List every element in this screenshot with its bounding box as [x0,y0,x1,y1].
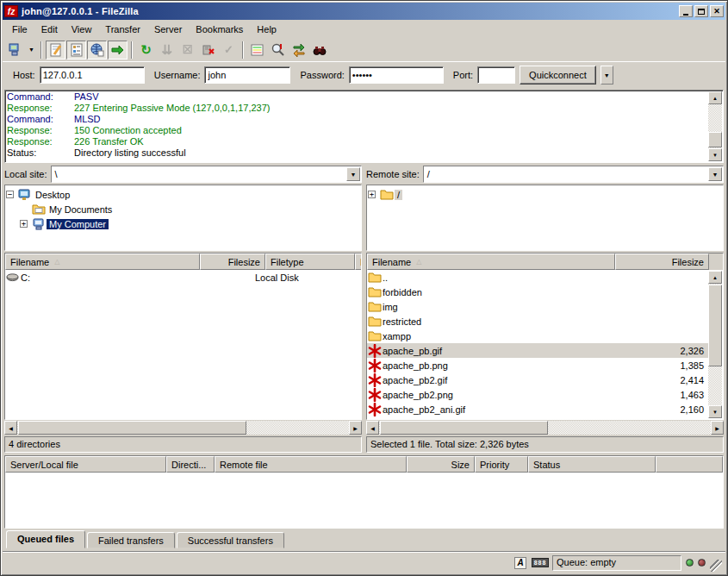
menu-item-file[interactable]: File [6,22,34,36]
remote-file-row[interactable]: forbidden [367,285,709,299]
close-button[interactable]: ✕ [710,5,724,17]
remote-file-row[interactable]: .. [367,270,709,285]
toggle-message-log-icon[interactable] [46,41,65,59]
local-file-list[interactable]: Filename△ Filesize Filetype L C: Local D… [4,253,362,420]
expand-icon[interactable]: + [20,220,28,228]
process-queue-icon[interactable]: ⇊ [157,41,177,59]
chevron-down-icon[interactable]: ▼ [708,167,722,181]
tree-item-my-documents[interactable]: My Documents [6,202,360,216]
menu-item-view[interactable]: View [65,22,98,36]
reconnect-icon[interactable]: ✓ [219,41,239,59]
message-log[interactable]: Command:PASV Response:227 Entering Passi… [4,90,724,163]
username-input[interactable] [204,66,290,84]
quickconnect-dropdown[interactable]: ▼ [600,66,613,85]
collapse-icon[interactable]: − [6,191,14,198]
remote-vertical-scrollbar[interactable]: ▲ ▼ [708,271,722,418]
tab-failed-transfers[interactable]: Failed transfers [87,532,175,548]
speed-limit-indicator-icon[interactable]: 888 [532,556,548,570]
column-server-local-file[interactable]: Server/Local file [5,456,166,473]
log-vertical-scrollbar[interactable]: ▲ ▼ [708,91,722,161]
tree-item-desktop[interactable]: − Desktop [6,187,360,202]
remote-file-row[interactable]: restricted [367,314,709,329]
host-input[interactable] [40,66,145,84]
minimize-button[interactable] [679,5,693,17]
remote-file-list[interactable]: Filename△ Filesize .. forbidden img rest… [366,253,724,420]
find-files-icon[interactable] [309,41,329,59]
queue-body[interactable] [5,473,723,528]
tab-successful-transfers[interactable]: Successful transfers [177,532,284,548]
tree-item-root[interactable]: + / [368,187,722,202]
column-direction[interactable]: Directi... [166,456,215,473]
expand-icon[interactable]: + [368,191,376,198]
scroll-up-icon[interactable]: ▲ [708,91,722,104]
tab-queued-files[interactable]: Queued files [6,530,85,548]
folder-icon [367,272,383,283]
scroll-left-icon[interactable]: ◀ [366,421,379,435]
scroll-down-icon[interactable]: ▼ [708,148,722,161]
data-type-indicator-icon[interactable]: A [513,556,528,570]
synchronized-browsing-icon[interactable] [289,41,308,59]
toggle-transfer-queue-icon[interactable] [108,41,128,59]
site-manager-icon[interactable] [5,41,25,59]
remote-file-row[interactable]: apache_pb2.png1,463 [367,387,709,402]
column-status[interactable]: Status [528,456,656,473]
refresh-icon[interactable]: ↻ [136,41,156,59]
remote-tree[interactable]: + / [366,185,724,251]
local-file-row[interactable]: C: Local Disk [5,270,361,285]
column-priority[interactable]: Priority [475,456,528,473]
column-size[interactable]: Size [407,456,475,473]
column-filename[interactable]: Filename△ [367,254,615,270]
toggle-local-tree-icon[interactable] [66,41,86,59]
scroll-up-icon[interactable]: ▲ [708,271,722,284]
local-horizontal-scrollbar[interactable]: ◀ ▶ [4,421,362,435]
menu-item-transfer[interactable]: Transfer [99,22,146,36]
remote-file-row[interactable]: img [367,299,709,314]
tree-item-my-computer[interactable]: + My Computer [6,216,360,231]
site-manager-dropdown[interactable]: ▼ [26,41,37,59]
image-file-icon [367,388,383,402]
scroll-left-icon[interactable]: ◀ [4,421,17,435]
cancel-operation-icon[interactable]: ☒ [177,41,197,59]
scroll-right-icon[interactable]: ▶ [711,421,724,435]
column-filetype[interactable]: Filetype [265,254,355,270]
menu-item-help[interactable]: Help [251,22,283,36]
port-label: Port: [453,70,473,80]
directory-comparison-icon[interactable] [247,41,267,59]
disconnect-icon[interactable] [198,41,218,59]
port-input[interactable] [477,66,515,84]
menu-item-server[interactable]: Server [148,22,188,36]
remote-file-row[interactable]: apache_pb.png1,385 [367,358,709,373]
column-filesize[interactable]: Filesize [200,254,265,270]
local-site-combobox[interactable]: \ ▼ [51,166,362,183]
scrollbar-thumb[interactable] [18,421,246,435]
scroll-right-icon[interactable]: ▶ [349,421,362,435]
scrollbar-thumb[interactable] [708,132,722,147]
scrollbar-thumb[interactable] [380,421,548,435]
scrollbar-thumb[interactable] [708,285,722,366]
scroll-down-icon[interactable]: ▼ [708,405,722,418]
menu-item-edit[interactable]: Edit [35,22,64,36]
column-filename[interactable]: Filename△ [5,254,200,270]
maximize-button[interactable] [694,5,708,17]
sort-ascending-icon: △ [416,258,421,266]
toggle-remote-tree-icon[interactable] [87,41,107,59]
menu-item-bookmarks[interactable]: Bookmarks [190,22,249,36]
column-remote-file[interactable]: Remote file [215,456,407,473]
chevron-down-icon[interactable]: ▼ [346,167,360,181]
remote-file-row[interactable]: apache_pb2.gif2,414 [367,373,709,387]
remote-site-combobox[interactable]: / ▼ [423,166,724,183]
local-tree[interactable]: − Desktop My Documents + My Computer [4,185,362,251]
window-title: john@127.0.0.1 - FileZilla [22,6,675,16]
resize-grip[interactable] [710,560,722,572]
filter-icon[interactable] [268,41,288,59]
password-input[interactable] [349,66,444,84]
folder-icon [367,286,383,297]
column-last-modified-clipped[interactable]: L [355,254,362,270]
selected-tree-label: My Computer [47,219,109,229]
column-filesize[interactable]: Filesize [615,254,709,270]
remote-file-row[interactable]: xampp [367,329,709,343]
remote-file-row-selected[interactable]: apache_pb.gif2,326 [367,343,709,358]
remote-file-row[interactable]: apache_pb2_ani.gif2,160 [367,402,709,416]
quickconnect-button[interactable]: Quickconnect [520,66,596,85]
remote-horizontal-scrollbar[interactable]: ◀ ▶ [366,421,724,435]
